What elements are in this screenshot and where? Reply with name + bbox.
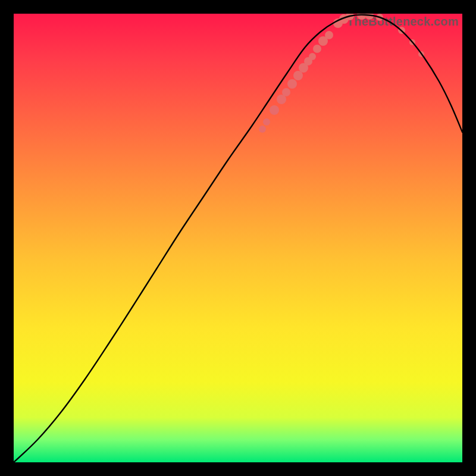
data-dot <box>270 105 279 115</box>
data-dot <box>282 88 290 96</box>
data-dot <box>263 118 270 126</box>
data-dot <box>313 45 321 53</box>
data-dot <box>259 126 266 133</box>
chart-svg <box>14 14 462 462</box>
data-dot <box>309 53 316 60</box>
bottleneck-curve <box>14 15 462 462</box>
data-dot <box>325 31 333 39</box>
chart-frame: TheBottleneck.com <box>14 14 462 462</box>
data-dot <box>287 79 297 89</box>
data-dot <box>293 71 303 80</box>
data-dots <box>259 14 424 133</box>
